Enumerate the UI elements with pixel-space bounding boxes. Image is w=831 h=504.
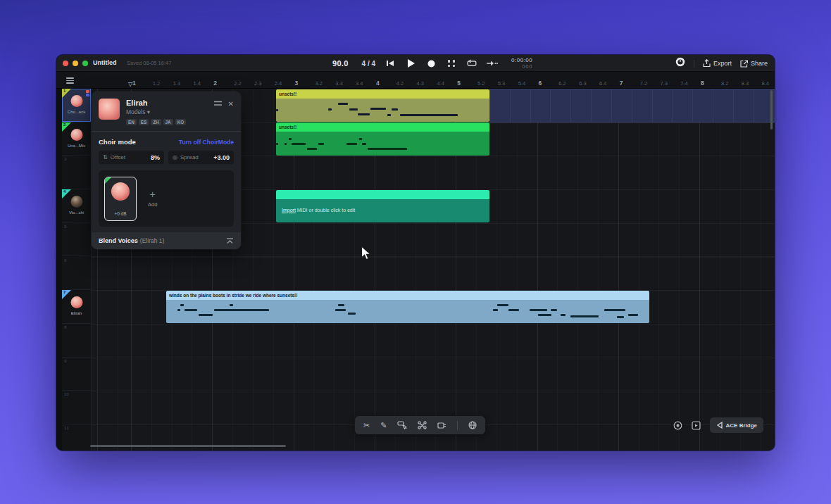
ruler-beat-label: 2.4 <box>275 80 282 87</box>
ruler-beat-label: 6.3 <box>579 80 586 87</box>
empty-track-number: 5 <box>64 225 66 229</box>
horizontal-scrollbar[interactable] <box>90 445 286 447</box>
track-row-empty[interactable]: 5 <box>62 223 91 257</box>
choir-clip-yellow[interactable]: unsets!! <box>276 89 489 122</box>
turn-off-choirmode-link[interactable]: Turn off ChoirMode <box>179 139 234 146</box>
midi-note <box>285 143 287 145</box>
zoom-window-button[interactable] <box>82 61 88 66</box>
close-icon[interactable]: ✕ <box>228 100 234 108</box>
skip-start-icon[interactable] <box>385 58 396 69</box>
choir-clip-green[interactable]: unsets!! <box>276 122 489 156</box>
ruler-beat-label: 1.3 <box>173 80 180 87</box>
ruler-beat-label: 4.4 <box>437 80 444 87</box>
draw-icon[interactable]: ✎ <box>380 421 387 430</box>
midi-note <box>328 108 332 111</box>
track-row-elirah[interactable]: 7Elirah <box>62 290 91 324</box>
spread-value: +3.00 <box>213 154 230 161</box>
midi-note <box>289 138 292 140</box>
offset-control[interactable]: ⇅ Offset 8% <box>99 151 164 164</box>
choir-selection-region[interactable] <box>489 89 775 122</box>
share-icon <box>740 60 748 68</box>
empty-track-number: 9 <box>64 359 66 363</box>
add-label: Add <box>148 201 157 208</box>
track-row-empty[interactable]: 8 <box>62 324 91 358</box>
track-row-empty[interactable]: 11 <box>62 424 91 451</box>
midi-note <box>604 309 625 311</box>
track-row-empty[interactable]: 9 <box>62 358 91 391</box>
scissors-icon[interactable]: ✂ <box>363 421 370 430</box>
choir-mode-label: Choir mode <box>99 138 136 146</box>
track-number: 1 <box>63 89 65 93</box>
document-title: Untitled <box>93 59 117 66</box>
mute-solo-indicators[interactable] <box>86 90 89 97</box>
minimize-window-button[interactable] <box>73 61 78 66</box>
menu-icon[interactable] <box>66 77 74 85</box>
ace-bridge-button[interactable]: ACE Bridge <box>710 417 763 433</box>
titlebar-divider <box>694 60 694 68</box>
empty-midi-clip-teal[interactable]: Import MIDI or double click to edit <box>276 190 489 223</box>
track-row-uns-mix[interactable]: 2Uns...Mix <box>62 122 91 156</box>
ruler-beat-label: 6.2 <box>558 80 566 87</box>
edit-toolbar: ✂ ✎ <box>355 416 485 434</box>
lyrics-clip-blue[interactable]: winds on the plains boots in stride we r… <box>166 291 649 324</box>
export-button[interactable]: Export <box>703 59 732 68</box>
toolbar-divider <box>457 421 458 430</box>
midi-note <box>570 315 599 317</box>
punch-icon[interactable] <box>487 58 498 69</box>
time-signature[interactable]: 4 / 4 <box>362 60 375 68</box>
play-icon[interactable] <box>405 58 416 69</box>
count-in-icon[interactable] <box>446 58 457 69</box>
record-icon[interactable] <box>425 58 437 69</box>
track-strip: 1Cho...ack2Uns...Mix34Vio...chi567Elirah… <box>56 89 92 451</box>
tempo-display[interactable]: 90.0 <box>332 59 349 68</box>
blend-voices-sub: (Elirah 1) <box>140 237 164 244</box>
ruler[interactable]: 11.21.31.422.22.32.433.23.33.444.24.34.4… <box>56 72 775 89</box>
target-icon[interactable] <box>673 421 682 430</box>
account-icon[interactable] <box>675 57 685 70</box>
ruler-beat-label: 3.4 <box>356 80 363 87</box>
voice-card-avatar <box>111 182 130 201</box>
select-icon[interactable] <box>397 421 407 429</box>
track-avatar <box>70 196 82 208</box>
comp-icon[interactable] <box>418 421 427 429</box>
spread-icon: ◎ <box>173 154 177 160</box>
clip-body <box>276 132 489 156</box>
midi-note <box>551 309 557 311</box>
add-voice-button[interactable]: + Add <box>148 190 157 208</box>
share-button[interactable]: Share <box>740 60 768 68</box>
vertical-scrollbar[interactable] <box>770 90 773 130</box>
clip-body <box>166 300 649 324</box>
track-row-cho-ack[interactable]: 1Cho...ack <box>62 89 91 122</box>
globe-icon[interactable] <box>468 421 477 429</box>
track-row-empty[interactable]: 10 <box>62 391 91 424</box>
collapse-icon[interactable] <box>226 238 234 244</box>
popup-menu-icon[interactable] <box>214 100 222 108</box>
voice-name: Elirah <box>126 99 214 107</box>
plugin-window-icon[interactable] <box>692 421 701 430</box>
playhead-marker[interactable]: ▽ <box>128 81 132 87</box>
clip-body <box>276 99 489 122</box>
close-window-button[interactable] <box>63 61 68 66</box>
blend-voices-bar[interactable]: Blend Voices (Elirah 1) <box>92 232 241 249</box>
track-row-empty[interactable]: 3 <box>62 156 91 189</box>
ruler-bar-label: 1 <box>132 80 136 87</box>
ruler-beat-label: 7.4 <box>680 80 687 87</box>
transport-controls: 90.0 4 / 4 <box>332 55 532 72</box>
voice-card[interactable]: +0 dB <box>104 177 137 221</box>
midi-note <box>508 309 519 311</box>
track-row-empty[interactable]: 6 <box>62 257 91 291</box>
midi-note <box>561 314 566 316</box>
offset-label: Offset <box>111 154 125 160</box>
loop-icon[interactable] <box>466 58 477 69</box>
ruler-beat-label: 7.3 <box>660 80 667 87</box>
empty-track-number: 3 <box>64 157 66 161</box>
offset-icon: ⇅ <box>103 154 108 160</box>
ruler-beat-label: 5.3 <box>498 80 505 87</box>
voice-models-dropdown[interactable]: Models ▾ <box>126 108 214 115</box>
midi-note <box>276 143 278 145</box>
spread-control[interactable]: ◎ Spread +3.00 <box>168 151 234 164</box>
import-midi-link[interactable]: Import <box>282 208 296 213</box>
midi-note <box>318 143 324 145</box>
track-row-vio-chi[interactable]: 4Vio...chi <box>62 189 91 223</box>
device-icon[interactable] <box>437 422 446 429</box>
